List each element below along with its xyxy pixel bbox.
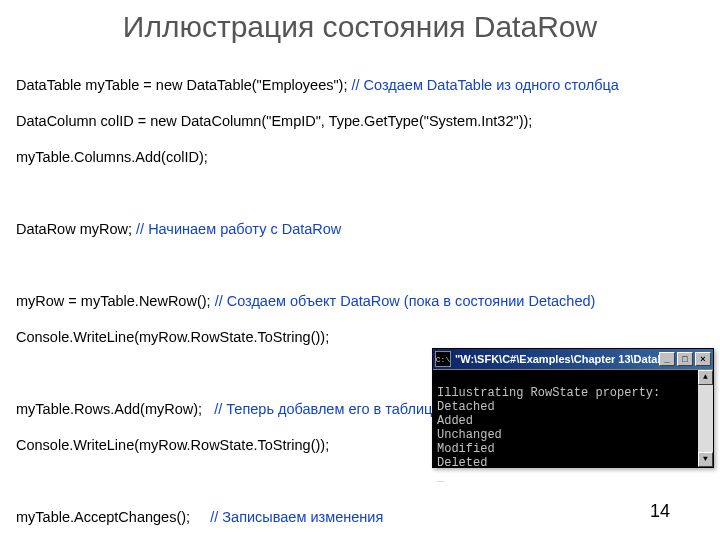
- minimize-button[interactable]: _: [659, 352, 675, 366]
- code-text: myTable.Columns.Add(colID);: [16, 148, 706, 166]
- code-comment: // Создаем DataTable из одного столбца: [352, 77, 619, 93]
- console-line: Deleted: [437, 456, 487, 470]
- scroll-track[interactable]: [698, 385, 713, 452]
- close-button[interactable]: ×: [695, 352, 711, 366]
- code-text: myTable.Rows.Add(myRow);: [16, 401, 214, 417]
- code-comment: // Теперь добавлем его в таблицу: [214, 401, 439, 417]
- page-number: 14: [650, 501, 670, 522]
- console-cursor: _: [437, 470, 444, 484]
- console-line: Unchanged: [437, 428, 502, 442]
- code-text: Console.WriteLine(myRow.RowState.ToStrin…: [16, 328, 706, 346]
- window-titlebar[interactable]: C:\ "W:\SFK\C#\Examples\Chapter 13\DataR…: [433, 349, 713, 369]
- console-line: Added: [437, 414, 473, 428]
- code-comment: // Начинаем работу с DataRow: [136, 221, 341, 237]
- code-text: myTable.AcceptChanges();: [16, 509, 210, 525]
- code-text: myRow = myTable.NewRow();: [16, 293, 215, 309]
- console-output: Illustrating RowState property: Detached…: [437, 386, 694, 484]
- console-body: Illustrating RowState property: Detached…: [433, 369, 713, 467]
- code-text: DataColumn colID = new DataColumn("EmpID…: [16, 112, 706, 130]
- console-line: Illustrating RowState property:: [437, 386, 660, 400]
- code-comment: // Записываем изменения: [210, 509, 383, 525]
- scrollbar-vertical[interactable]: ▲ ▼: [698, 370, 713, 467]
- slide: Иллюстрация состояния DataRow DataTable …: [0, 0, 720, 540]
- code-text: DataTable myTable = new DataTable("Emplo…: [16, 77, 352, 93]
- cmd-icon: C:\: [435, 351, 451, 367]
- console-window: C:\ "W:\SFK\C#\Examples\Chapter 13\DataR…: [432, 348, 714, 468]
- slide-title: Иллюстрация состояния DataRow: [0, 10, 720, 44]
- console-line: Modified: [437, 442, 495, 456]
- code-comment: // Создаем объект DataRow (пока в состоя…: [215, 293, 596, 309]
- code-text: DataRow myRow;: [16, 221, 136, 237]
- scroll-down-button[interactable]: ▼: [698, 452, 713, 467]
- window-buttons: _ □ ×: [659, 352, 711, 366]
- window-title-text: "W:\SFK\C#\Examples\Chapter 13\DataR...: [455, 353, 659, 365]
- scroll-up-button[interactable]: ▲: [698, 370, 713, 385]
- console-line: Detached: [437, 400, 495, 414]
- maximize-button[interactable]: □: [677, 352, 693, 366]
